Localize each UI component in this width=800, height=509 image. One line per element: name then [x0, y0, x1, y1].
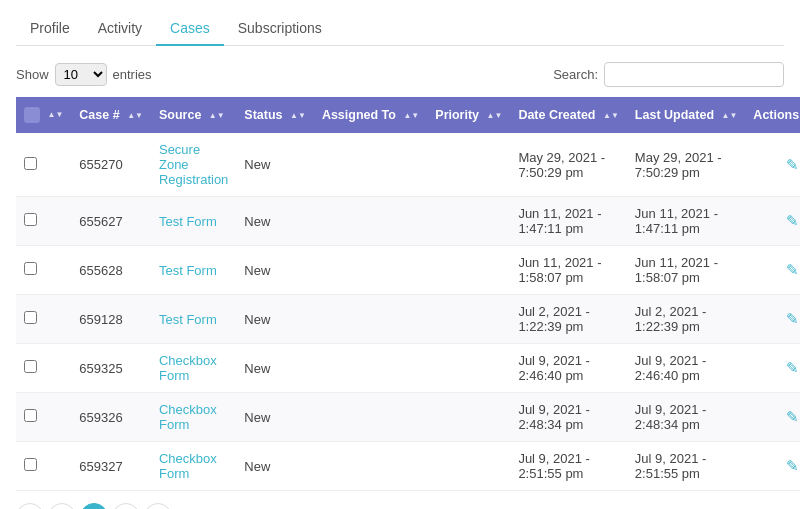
- row-actions-cell[interactable]: ✎: [745, 442, 800, 491]
- row-checkbox-cell[interactable]: [16, 133, 71, 197]
- row-checkbox-cell[interactable]: [16, 344, 71, 393]
- row-last-updated: Jul 9, 2021 - 2:48:34 pm: [627, 393, 746, 442]
- table-row: 655628 Test Form New Jun 11, 2021 - 1:58…: [16, 246, 800, 295]
- tab-profile[interactable]: Profile: [16, 12, 84, 46]
- row-checkbox[interactable]: [24, 409, 37, 422]
- edit-icon[interactable]: ✎: [786, 457, 799, 474]
- page-next-btn[interactable]: ›: [112, 503, 140, 509]
- row-actions-cell[interactable]: ✎: [745, 197, 800, 246]
- row-assigned-to: [314, 246, 427, 295]
- row-source[interactable]: Test Form: [151, 197, 236, 246]
- page-1-btn[interactable]: 1: [80, 503, 108, 509]
- sort-icon-case: ▲▼: [127, 112, 143, 120]
- row-assigned-to: [314, 197, 427, 246]
- tab-activity[interactable]: Activity: [84, 12, 156, 46]
- row-last-updated: Jul 2, 2021 - 1:22:39 pm: [627, 295, 746, 344]
- row-status: New: [236, 246, 314, 295]
- col-case-num[interactable]: Case # ▲▼: [71, 97, 151, 133]
- edit-icon[interactable]: ✎: [786, 261, 799, 278]
- row-last-updated: Jul 9, 2021 - 2:46:40 pm: [627, 344, 746, 393]
- row-date-created: Jun 11, 2021 - 1:58:07 pm: [510, 246, 626, 295]
- col-source[interactable]: Source ▲▼: [151, 97, 236, 133]
- row-source[interactable]: Test Form: [151, 295, 236, 344]
- row-checkbox-cell[interactable]: [16, 393, 71, 442]
- cases-table: ▲▼ Case # ▲▼ Source ▲▼ Status ▲▼ Assigne…: [16, 97, 800, 491]
- row-actions-cell[interactable]: ✎: [745, 295, 800, 344]
- row-checkbox-cell[interactable]: [16, 246, 71, 295]
- table-row: 659327 Checkbox Form New Jul 9, 2021 - 2…: [16, 442, 800, 491]
- row-case-num: 659128: [71, 295, 151, 344]
- col-last-updated[interactable]: Last Updated ▲▼: [627, 97, 746, 133]
- row-actions-cell[interactable]: ✎: [745, 246, 800, 295]
- sort-icon-priority: ▲▼: [487, 112, 503, 120]
- row-checkbox[interactable]: [24, 311, 37, 324]
- page-prev-btn[interactable]: ‹: [48, 503, 76, 509]
- sort-icon-updated: ▲▼: [722, 112, 738, 120]
- row-actions-cell[interactable]: ✎: [745, 133, 800, 197]
- row-source[interactable]: Checkbox Form: [151, 344, 236, 393]
- row-priority: [427, 197, 510, 246]
- row-case-num: 659325: [71, 344, 151, 393]
- row-status: New: [236, 344, 314, 393]
- row-source[interactable]: Secure Zone Registration: [151, 133, 236, 197]
- row-actions-cell[interactable]: ✎: [745, 393, 800, 442]
- entries-select[interactable]: 10 25 50 100: [55, 63, 107, 86]
- show-label: Show: [16, 67, 49, 82]
- row-date-created: Jul 9, 2021 - 2:48:34 pm: [510, 393, 626, 442]
- row-checkbox[interactable]: [24, 157, 37, 170]
- row-date-created: Jul 9, 2021 - 2:51:55 pm: [510, 442, 626, 491]
- col-priority[interactable]: Priority ▲▼: [427, 97, 510, 133]
- row-priority: [427, 295, 510, 344]
- row-checkbox[interactable]: [24, 360, 37, 373]
- col-actions: Actions: [745, 97, 800, 133]
- row-date-created: Jul 2, 2021 - 1:22:39 pm: [510, 295, 626, 344]
- row-source[interactable]: Test Form: [151, 246, 236, 295]
- row-last-updated: Jul 9, 2021 - 2:51:55 pm: [627, 442, 746, 491]
- row-source[interactable]: Checkbox Form: [151, 393, 236, 442]
- table-row: 655270 Secure Zone Registration New May …: [16, 133, 800, 197]
- table-header-row: ▲▼ Case # ▲▼ Source ▲▼ Status ▲▼ Assigne…: [16, 97, 800, 133]
- entries-label: entries: [113, 67, 152, 82]
- edit-icon[interactable]: ✎: [786, 156, 799, 173]
- row-status: New: [236, 442, 314, 491]
- search-control: Search:: [553, 62, 784, 87]
- row-checkbox[interactable]: [24, 458, 37, 471]
- edit-icon[interactable]: ✎: [786, 212, 799, 229]
- table-row: 659325 Checkbox Form New Jul 9, 2021 - 2…: [16, 344, 800, 393]
- tab-subscriptions[interactable]: Subscriptions: [224, 12, 336, 46]
- sort-icon-date: ▲▼: [603, 112, 619, 120]
- row-priority: [427, 442, 510, 491]
- header-checkbox-cell[interactable]: ▲▼: [16, 97, 71, 133]
- row-status: New: [236, 197, 314, 246]
- row-case-num: 655627: [71, 197, 151, 246]
- row-date-created: May 29, 2021 - 7:50:29 pm: [510, 133, 626, 197]
- row-last-updated: Jun 11, 2021 - 1:58:07 pm: [627, 246, 746, 295]
- table-row: 659128 Test Form New Jul 2, 2021 - 1:22:…: [16, 295, 800, 344]
- tab-bar: Profile Activity Cases Subscriptions: [16, 0, 784, 46]
- page-first-btn[interactable]: «: [16, 503, 44, 509]
- row-assigned-to: [314, 393, 427, 442]
- tab-cases[interactable]: Cases: [156, 12, 224, 46]
- col-date-created[interactable]: Date Created ▲▼: [510, 97, 626, 133]
- sort-icon-check: ▲▼: [47, 111, 63, 119]
- edit-icon[interactable]: ✎: [786, 359, 799, 376]
- edit-icon[interactable]: ✎: [786, 408, 799, 425]
- edit-icon[interactable]: ✎: [786, 310, 799, 327]
- page-last-btn[interactable]: »: [144, 503, 172, 509]
- row-checkbox-cell[interactable]: [16, 197, 71, 246]
- header-checkbox[interactable]: [24, 107, 40, 123]
- row-checkbox-cell[interactable]: [16, 295, 71, 344]
- row-source[interactable]: Checkbox Form: [151, 442, 236, 491]
- row-actions-cell[interactable]: ✎: [745, 344, 800, 393]
- row-checkbox[interactable]: [24, 262, 37, 275]
- row-case-num: 655270: [71, 133, 151, 197]
- search-input[interactable]: [604, 62, 784, 87]
- row-checkbox[interactable]: [24, 213, 37, 226]
- row-checkbox-cell[interactable]: [16, 442, 71, 491]
- col-status[interactable]: Status ▲▼: [236, 97, 314, 133]
- row-priority: [427, 246, 510, 295]
- row-status: New: [236, 295, 314, 344]
- col-assigned-to[interactable]: Assigned To ▲▼: [314, 97, 427, 133]
- row-priority: [427, 344, 510, 393]
- pagination-row: « ‹ 1 › » Showing 1 to 7 of 7 entries: [16, 503, 784, 509]
